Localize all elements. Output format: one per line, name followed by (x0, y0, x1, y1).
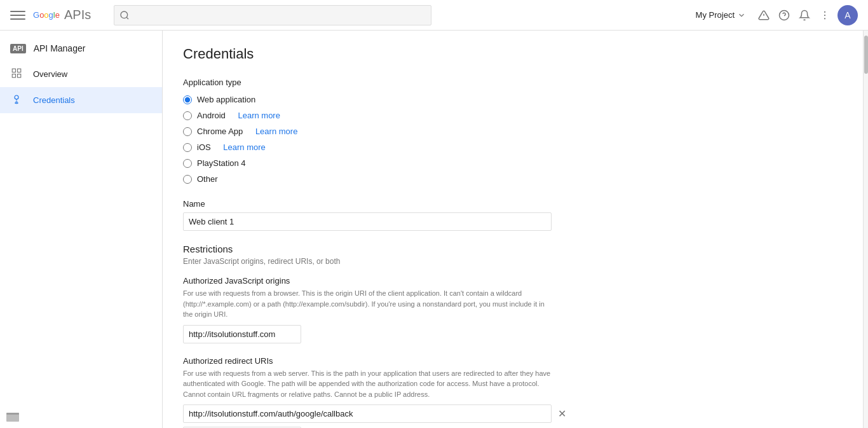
authorized-redirect-uris-section: Authorized redirect URIs For use with re… (183, 356, 843, 429)
svg-line-1 (126, 17, 128, 19)
authorized-redirect-title: Authorized redirect URIs (183, 356, 843, 366)
svg-rect-9 (12, 69, 15, 72)
credentials-icon (10, 93, 23, 107)
search-icon (119, 10, 130, 20)
radio-playstation-label: PlayStation 4 (197, 158, 246, 168)
api-badge: API (10, 44, 26, 53)
page-title: Credentials (183, 46, 843, 62)
ios-learn-more-link[interactable]: Learn more (223, 142, 265, 152)
apis-text: APIs (64, 8, 91, 22)
radio-chrome-app-label: Chrome App (197, 127, 243, 136)
radio-chrome-app-input[interactable] (183, 127, 192, 136)
authorized-js-origins-title: Authorized JavaScript origins (183, 276, 843, 286)
svg-point-6 (824, 11, 825, 12)
radio-ios-label: iOS (197, 142, 211, 152)
radio-android-label: Android (197, 111, 226, 120)
svg-rect-15 (6, 414, 19, 422)
radio-chrome-app[interactable]: Chrome App Learn more (183, 127, 843, 136)
restrictions-title: Restrictions (183, 244, 843, 254)
radio-ios[interactable]: iOS Learn more (183, 142, 843, 152)
project-name: My Project (696, 10, 735, 20)
search-input[interactable] (133, 10, 426, 20)
sidebar: API API Manager Overview Credentials (0, 31, 163, 428)
clear-redirect-uri-button[interactable]: ✕ (554, 406, 570, 421)
sidebar-item-credentials[interactable]: Credentials (0, 87, 162, 113)
js-origins-input[interactable] (183, 325, 301, 343)
radio-other[interactable]: Other (183, 174, 843, 184)
chevron-down-icon (737, 11, 746, 20)
notifications-icon[interactable] (797, 8, 812, 23)
menu-button[interactable] (10, 8, 25, 23)
radio-web-app[interactable]: Web application (183, 95, 843, 104)
radio-web-app-input[interactable] (183, 95, 192, 104)
top-navigation: Google APIs My Project A (0, 0, 868, 31)
android-learn-more-link[interactable]: Learn more (238, 111, 280, 120)
help-icon[interactable] (776, 8, 792, 23)
alert-icon[interactable] (756, 8, 771, 23)
svg-point-7 (824, 14, 825, 15)
restrictions-section: Restrictions Enter JavaScript origins, r… (183, 244, 843, 428)
svg-rect-11 (18, 74, 21, 78)
more-icon[interactable] (817, 8, 832, 23)
redirect-uri-row: ✕ (183, 404, 843, 423)
api-manager-label: API Manager (34, 43, 86, 53)
radio-other-input[interactable] (183, 175, 192, 184)
svg-point-13 (15, 95, 18, 99)
chrome-app-learn-more-link[interactable]: Learn more (255, 127, 297, 136)
bottom-panel-handle[interactable] (0, 408, 25, 428)
authorized-redirect-desc: For use with requests from a web server.… (183, 368, 552, 400)
scrollbar-thumb[interactable] (864, 36, 868, 74)
radio-web-app-label: Web application (197, 95, 255, 104)
radio-playstation-input[interactable] (183, 159, 192, 168)
google-apis-logo[interactable]: Google APIs (33, 8, 91, 22)
sidebar-overview-label: Overview (33, 69, 67, 79)
svg-point-8 (824, 18, 825, 19)
nav-right: My Project A (691, 5, 858, 25)
name-input[interactable] (183, 212, 552, 231)
radio-playstation[interactable]: PlayStation 4 (183, 158, 843, 168)
name-label: Name (183, 199, 843, 209)
sidebar-item-overview[interactable]: Overview (0, 61, 162, 87)
google-logo-text: Google (33, 10, 60, 20)
authorized-js-origins-section: Authorized JavaScript origins For use wi… (183, 276, 843, 343)
overview-icon (10, 67, 23, 81)
main-content: Credentials Application type Web applica… (163, 31, 863, 428)
sidebar-credentials-label: Credentials (33, 95, 75, 105)
svg-rect-16 (6, 413, 19, 415)
svg-rect-10 (18, 69, 21, 72)
search-bar (114, 5, 431, 25)
radio-android[interactable]: Android Learn more (183, 111, 843, 120)
project-selector[interactable]: My Project (691, 8, 751, 22)
radio-android-input[interactable] (183, 111, 192, 120)
sidebar-header: API API Manager (0, 36, 162, 61)
svg-rect-12 (12, 74, 15, 78)
name-section: Name (183, 199, 843, 231)
restrictions-desc: Enter JavaScript origins, redirect URIs,… (183, 257, 843, 266)
radio-group: Web application Android Learn more Chrom… (183, 95, 843, 184)
radio-ios-input[interactable] (183, 143, 192, 152)
redirect-uri-input-filled[interactable] (183, 404, 552, 423)
application-type-section: Application type Web application Android… (183, 78, 843, 184)
scrollbar-track (863, 31, 868, 428)
app-layout: API API Manager Overview Credentials Cre… (0, 31, 868, 428)
svg-point-14 (15, 102, 18, 104)
svg-point-0 (121, 11, 128, 18)
authorized-js-origins-desc: For use with requests from a browser. Th… (183, 288, 552, 320)
radio-other-label: Other (197, 174, 218, 184)
avatar[interactable]: A (837, 5, 858, 25)
application-type-label: Application type (183, 78, 843, 87)
